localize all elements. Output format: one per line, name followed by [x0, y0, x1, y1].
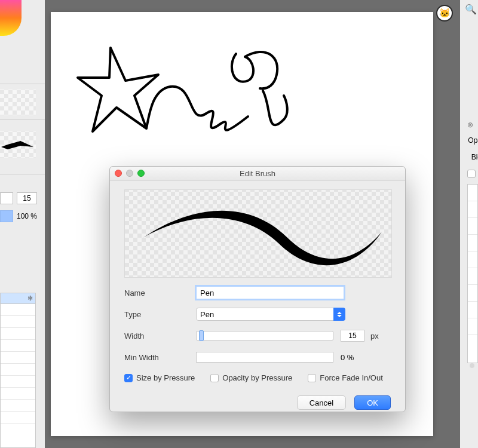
transparency-preview-1 [0, 84, 45, 119]
force-fade-checkbox[interactable]: Force Fade In/Out [308, 373, 383, 382]
opacity-color-chip[interactable] [0, 210, 13, 222]
type-select-wrap: Pen [196, 308, 345, 321]
minwidth-slider[interactable] [196, 352, 333, 363]
list-item[interactable] [1, 400, 35, 412]
brush-opacity-row: 100 % [0, 209, 45, 223]
minwidth-value: 0 % [341, 353, 354, 362]
cancel-button[interactable]: Cancel [297, 395, 346, 410]
right-checkbox[interactable] [467, 170, 476, 178]
name-label: Name [124, 289, 196, 297]
list-item[interactable] [468, 251, 477, 268]
list-item[interactable] [468, 185, 477, 201]
list-item[interactable] [1, 412, 35, 424]
list-item[interactable] [1, 316, 35, 328]
list-item[interactable] [468, 285, 477, 302]
slider-thumb[interactable] [199, 330, 204, 341]
brush-preview [124, 189, 392, 278]
checkbox-row: ✓ Size by Pressure Opacity by Pressure F… [124, 373, 391, 382]
zoom-icon[interactable]: 🔍 [465, 4, 477, 15]
type-select[interactable]: Pen [196, 308, 345, 321]
status-dot-icon [470, 363, 474, 368]
checkbox-label: Opacity by Pressure [222, 373, 292, 382]
width-unit: px [370, 332, 379, 340]
width-value-input[interactable] [341, 330, 364, 342]
left-list-header[interactable]: ✻ [1, 293, 35, 304]
checkbox-label: Force Fade In/Out [320, 373, 383, 382]
opacity-value: 100 % [17, 212, 37, 220]
brush-size-row: 15 [0, 191, 45, 205]
checkbox-label: Size by Pressure [136, 373, 195, 382]
right-label-opacity: Opa [468, 136, 478, 145]
list-item[interactable] [1, 388, 35, 400]
ok-button[interactable]: OK [354, 395, 391, 410]
list-item[interactable] [1, 328, 35, 340]
minwidth-label: Min Width [124, 353, 196, 362]
list-item[interactable] [468, 235, 477, 251]
list-item[interactable] [1, 376, 35, 388]
width-row: Width px [124, 329, 391, 342]
right-label-blend: Ble [471, 153, 478, 161]
checkbox-icon [210, 374, 219, 382]
list-item[interactable] [468, 268, 477, 285]
list-item[interactable] [1, 352, 35, 364]
list-item[interactable] [468, 218, 477, 235]
width-label: Width [124, 332, 196, 340]
list-item[interactable] [1, 340, 35, 352]
left-sidebar: 15 100 % ✻ [0, 0, 45, 448]
window-controls [115, 170, 145, 177]
minwidth-row: Min Width 0 % [124, 351, 391, 364]
dialog-body: Name Type Pen Width px Min Width 0 % [110, 181, 405, 419]
name-row: Name [124, 286, 391, 299]
gear-icon[interactable]: ✻ [27, 294, 33, 302]
type-label: Type [124, 310, 196, 319]
minimize-window-icon[interactable] [126, 170, 133, 177]
left-list: ✻ [0, 293, 36, 448]
close-icon[interactable]: ⊗ [467, 121, 473, 129]
name-input[interactable] [196, 286, 344, 299]
list-item[interactable] [1, 304, 35, 316]
close-window-icon[interactable] [115, 170, 122, 177]
list-item[interactable] [468, 302, 477, 318]
size-by-pressure-checkbox[interactable]: ✓ Size by Pressure [124, 373, 195, 382]
opacity-by-pressure-checkbox[interactable]: Opacity by Pressure [210, 373, 292, 382]
checkbox-icon: ✓ [124, 374, 133, 382]
brush-size-swatch[interactable] [0, 192, 13, 204]
dialog-button-row: Cancel OK [124, 395, 391, 410]
brush-stroke-preview [0, 127, 45, 174]
width-slider[interactable] [196, 331, 333, 340]
color-gradient-swatch [0, 0, 22, 36]
user-avatar-icon[interactable]: 🐱 [436, 5, 453, 22]
user-stroke-drawing [69, 24, 320, 179]
checkbox-icon [308, 374, 316, 382]
dialog-titlebar[interactable]: Edit Brush [110, 167, 405, 181]
edit-brush-dialog: Edit Brush Name Type Pen Width [109, 166, 406, 412]
list-item[interactable] [468, 318, 477, 335]
right-panel: 🔍 ⊗ Opa Ble [464, 0, 478, 448]
right-list [467, 184, 478, 363]
list-item[interactable] [468, 201, 477, 218]
dialog-title: Edit Brush [240, 169, 275, 178]
type-row: Type Pen [124, 308, 391, 321]
chevron-updown-icon[interactable] [333, 308, 345, 321]
list-item[interactable] [1, 364, 35, 376]
brush-size-value[interactable]: 15 [17, 192, 37, 204]
zoom-window-icon[interactable] [137, 170, 145, 177]
